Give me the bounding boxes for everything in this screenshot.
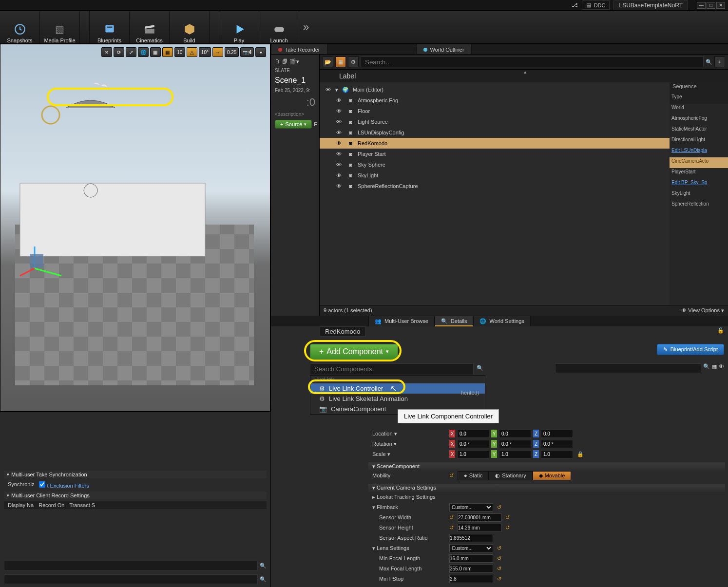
reset-icon[interactable]: ↺	[497, 555, 501, 562]
settings-button[interactable]: ⚙	[348, 57, 359, 67]
rotation-x[interactable]	[457, 440, 489, 448]
blueprint-add-script-button[interactable]: ✎ Blueprint/Add Script	[657, 344, 724, 355]
outliner-search[interactable]	[361, 57, 704, 67]
sync-section-header[interactable]: Multi-user Take Synchronization	[4, 471, 267, 478]
scale-y[interactable]	[499, 450, 531, 458]
reset-icon[interactable]: ↺	[497, 504, 501, 511]
take-recorder-tab[interactable]: Take Recorder	[271, 44, 327, 54]
outliner-row[interactable]: 👁◙Atmospheric Fog	[320, 95, 670, 106]
maximize-button[interactable]: □	[707, 2, 715, 9]
viewport[interactable]: ⤧ ⟳ ⤢ 🌐 ▦ ▦ 10 △ 10° ↔ 0.25 📷 4 ▾	[0, 44, 270, 412]
outliner-row[interactable]: 👁◙Floor	[320, 106, 670, 116]
scale-z[interactable]	[541, 450, 573, 458]
reset-icon[interactable]: ↺	[497, 576, 501, 582]
minimize-button[interactable]: —	[697, 2, 706, 9]
source-control-icon[interactable]: ⎇	[572, 2, 578, 8]
take-description[interactable]: <description>	[275, 112, 315, 117]
outliner-row[interactable]: 👁◙Sky Sphere	[320, 159, 670, 170]
lock-scale-icon[interactable]: 🔒	[577, 451, 584, 457]
mobility-stationary[interactable]: ◐ Stationary	[489, 471, 533, 480]
reset-icon[interactable]: ↺	[505, 525, 510, 531]
view-options-button[interactable]: 👁 View Options ▾	[681, 307, 724, 314]
min-focal-input[interactable]	[449, 554, 493, 563]
camera-settings-section[interactable]: ▾ Current Camera Settings	[368, 484, 725, 492]
component-search[interactable]	[310, 363, 474, 375]
filter-button[interactable]: ▦	[335, 57, 346, 67]
filmback-dropdown[interactable]: Custom...	[449, 503, 493, 511]
actor-name-field[interactable]: RedKomodo	[320, 326, 365, 337]
mobility-movable[interactable]: ◆ Movable	[533, 471, 572, 480]
rotation-z[interactable]	[541, 440, 573, 448]
close-button[interactable]: ✕	[716, 2, 725, 9]
open-take-icon[interactable]: 🗐	[282, 58, 287, 65]
scale-x[interactable]	[457, 450, 489, 458]
min-fstop-input[interactable]	[449, 575, 493, 583]
blueprints-button[interactable]: Blueprints	[90, 11, 130, 43]
visibility-icon[interactable]: 👁	[334, 130, 343, 135]
outliner-row[interactable]: 👁▾🌍Main (Editor)	[320, 84, 670, 95]
chevron-down-icon[interactable]: ▾	[335, 87, 338, 93]
lock-icon[interactable]: 🔓	[717, 327, 724, 334]
media-profile-button[interactable]: ▧ Media Profile	[40, 11, 80, 43]
clapper-icon[interactable]: 🎬▾	[289, 58, 299, 65]
reset-icon[interactable]: ↺	[497, 545, 501, 551]
scenecomponent-section[interactable]: ▾ SceneComponent	[368, 462, 725, 471]
outliner-row[interactable]: 👁◙LSUnDisplayConfig	[320, 127, 670, 138]
add-component-button[interactable]: + Add Component	[310, 344, 398, 360]
sensor-width-input[interactable]	[458, 513, 501, 522]
visibility-icon[interactable]: 👁	[324, 87, 332, 93]
record-section-header[interactable]: Multi-user Client Record Settings	[4, 492, 267, 499]
left-lower-search2[interactable]	[4, 574, 258, 584]
mobility-static[interactable]: ● Static	[458, 471, 489, 480]
live-link-controller-item[interactable]: ⚙Live Link Controller	[310, 383, 485, 394]
live-link-skeletal-item[interactable]: ⚙Live Link Skeletal Animation	[310, 394, 485, 404]
world-outliner-tab[interactable]: World Outliner	[416, 44, 472, 54]
outliner-row[interactable]: 👁◙Light Source	[320, 116, 670, 127]
reset-icon[interactable]: ↺	[449, 525, 454, 531]
eye-icon[interactable]: 👁	[719, 363, 724, 373]
lens-settings-label[interactable]: ▾ Lens Settings	[372, 545, 445, 551]
visibility-icon[interactable]: 👁	[334, 140, 343, 146]
reset-icon[interactable]: ↺	[449, 473, 454, 479]
rotation-y[interactable]	[499, 440, 531, 448]
location-z[interactable]	[541, 430, 573, 438]
visibility-icon[interactable]: 👁	[334, 108, 343, 114]
reset-icon[interactable]: ↺	[505, 514, 510, 521]
play-button[interactable]: Play	[219, 11, 259, 43]
snapshots-button[interactable]: Snapshots	[0, 11, 40, 43]
details-search[interactable]	[555, 363, 701, 373]
reset-icon[interactable]: ↺	[449, 514, 454, 521]
launch-button[interactable]: Launch	[259, 11, 299, 43]
outliner-row[interactable]: 👁◙SkyLight	[320, 170, 670, 181]
location-x[interactable]	[457, 430, 489, 438]
max-focal-input[interactable]	[449, 565, 493, 573]
toolbar-overflow[interactable]: »	[299, 21, 313, 34]
visibility-icon[interactable]: 👁	[334, 151, 343, 157]
sensor-height-input[interactable]	[458, 524, 501, 532]
outliner-row[interactable]: 👁◙RedKomodo	[320, 138, 670, 149]
add-source-button[interactable]: + Source	[275, 120, 312, 129]
add-actor-button[interactable]: +	[714, 57, 725, 67]
visibility-icon[interactable]: 👁	[334, 162, 343, 168]
left-lower-search[interactable]	[4, 561, 258, 570]
grid-view-icon[interactable]: ▦	[712, 363, 717, 373]
reset-icon[interactable]: ↺	[497, 566, 501, 572]
type-column-header[interactable]: Type	[670, 93, 728, 104]
visibility-icon[interactable]: 👁	[334, 183, 343, 189]
details-tab[interactable]: 🔍Details	[435, 316, 474, 326]
filter-icon[interactable]: F	[314, 121, 317, 127]
new-take-icon[interactable]: 🗋	[275, 58, 280, 65]
sensor-aspect-input[interactable]	[449, 534, 493, 542]
lens-dropdown[interactable]: Custom...	[449, 544, 493, 552]
build-button[interactable]: Build	[170, 11, 210, 43]
folder-icon[interactable]: 📂	[323, 57, 333, 67]
ddc-button[interactable]: ▤DDC	[582, 0, 610, 10]
multiuser-browse-tab[interactable]: 👥Multi-User Browse	[368, 316, 435, 326]
location-y[interactable]	[499, 430, 531, 438]
filmback-label[interactable]: ▾ Filmback	[372, 504, 445, 511]
visibility-icon[interactable]: 👁	[334, 97, 343, 103]
outliner-row[interactable]: 👁◙Player Start	[320, 149, 670, 159]
visibility-icon[interactable]: 👁	[334, 172, 343, 178]
cinematics-button[interactable]: Cinematics	[130, 11, 170, 43]
world-settings-tab[interactable]: 🌐World Settings	[473, 316, 530, 326]
